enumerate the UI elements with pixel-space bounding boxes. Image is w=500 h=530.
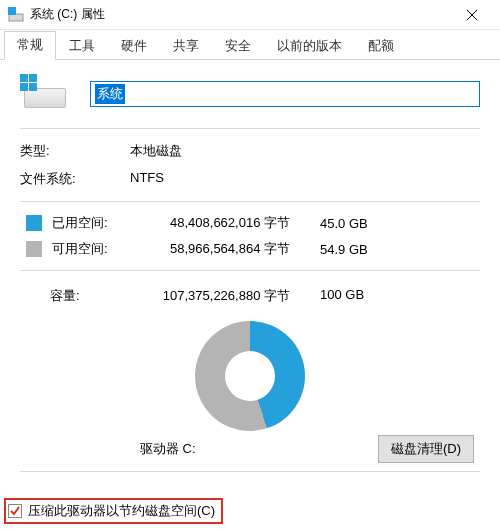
divider [20,270,480,271]
tab-general[interactable]: 常规 [4,31,56,60]
tab-content-general: 系统 类型: 本地磁盘 文件系统: NTFS 已用空间: 48,408,662,… [0,60,500,488]
compress-label: 压缩此驱动器以节约磁盘空间(C) [28,502,215,520]
svg-rect-5 [29,74,37,82]
tab-strip: 常规 工具 硬件 共享 安全 以前的版本 配额 [0,30,500,60]
free-label: 可用空间: [52,240,140,258]
divider [20,471,480,472]
row-capacity: 容量: 107,375,226,880 字节 100 GB [20,279,480,309]
drive-name-value: 系统 [95,84,125,104]
row-used-space: 已用空间: 48,408,662,016 字节 45.0 GB [20,210,480,236]
svg-rect-7 [29,83,37,91]
capacity-label: 容量: [50,287,140,305]
row-filesystem: 文件系统: NTFS [20,165,480,193]
divider [20,201,480,202]
drive-icon [20,74,70,114]
disk-cleanup-button[interactable]: 磁盘清理(D) [378,435,474,463]
drive-small-icon [8,7,24,23]
row-type: 类型: 本地磁盘 [20,137,480,165]
free-swatch-icon [26,241,42,257]
compress-option-highlight: 压缩此驱动器以节约磁盘空间(C) [4,498,223,524]
tab-hardware[interactable]: 硬件 [108,32,160,60]
svg-rect-1 [8,7,16,15]
svg-rect-0 [9,14,23,21]
compress-checkbox[interactable] [8,504,22,518]
window-title: 系统 (C:) 属性 [30,6,452,23]
usage-chart-row [20,309,480,435]
svg-rect-4 [20,74,28,82]
tab-tools[interactable]: 工具 [56,32,108,60]
chart-footer: 驱动器 C: 磁盘清理(D) [20,435,480,463]
titlebar: 系统 (C:) 属性 [0,0,500,30]
fs-value: NTFS [130,170,164,188]
drive-letter-label: 驱动器 C: [140,440,196,458]
svg-rect-6 [20,83,28,91]
row-free-space: 可用空间: 58,966,564,864 字节 54.9 GB [20,236,480,262]
divider [20,128,480,129]
checkmark-icon [9,505,21,517]
close-button[interactable] [452,0,492,30]
used-bytes: 48,408,662,016 字节 [140,214,320,232]
drive-name-input[interactable]: 系统 [90,81,480,107]
tab-security[interactable]: 安全 [212,32,264,60]
capacity-human: 100 GB [320,287,400,305]
tab-previous-versions[interactable]: 以前的版本 [264,32,355,60]
free-human: 54.9 GB [320,242,400,257]
tab-quota[interactable]: 配额 [355,32,407,60]
drive-header: 系统 [20,74,480,114]
fs-label: 文件系统: [20,170,130,188]
type-label: 类型: [20,142,130,160]
usage-donut-chart [195,321,305,431]
tab-sharing[interactable]: 共享 [160,32,212,60]
windows-logo-icon [20,74,38,92]
type-value: 本地磁盘 [130,142,182,160]
capacity-bytes: 107,375,226,880 字节 [140,287,320,305]
free-bytes: 58,966,564,864 字节 [140,240,320,258]
used-human: 45.0 GB [320,216,400,231]
used-label: 已用空间: [52,214,140,232]
close-icon [467,10,477,20]
used-swatch-icon [26,215,42,231]
